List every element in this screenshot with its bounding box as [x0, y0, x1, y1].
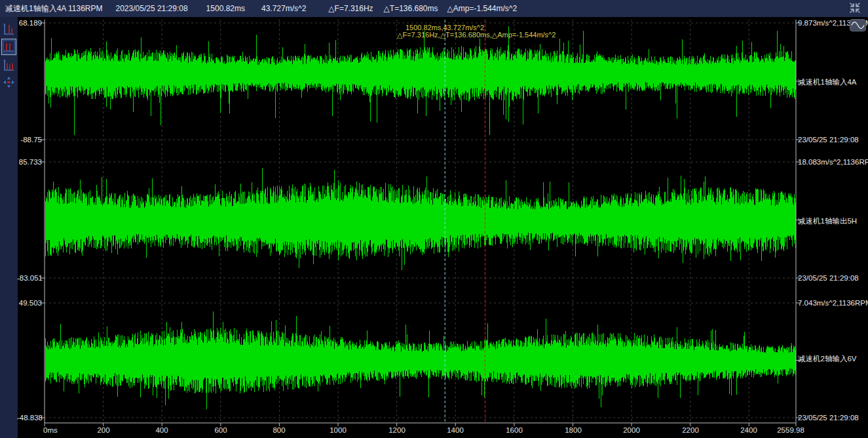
pane3-ymin-label: -48.838	[17, 414, 42, 422]
cursor-readout-line2: △F=7.316Hz,△T=136.680ms,△Amp=-1.544m/s^2	[397, 31, 556, 39]
pane2-channel-name-label: 减速机1轴输出5H	[798, 217, 868, 225]
topbar-delta-f: △F=7.316Hz	[328, 4, 373, 13]
pane2-timestamp-label: 23/05/25 21:29:08	[798, 274, 868, 282]
collapse-window-icon[interactable]	[847, 2, 863, 15]
x-tick-label: 600	[214, 426, 227, 434]
x-tick-label: 200	[97, 426, 109, 434]
collapse-arrows-icon	[848, 2, 862, 14]
x-tick-label: 2400	[740, 426, 757, 434]
stacked-waveform-icon	[3, 58, 15, 72]
topbar-delta-amp: △Amp=-1.544m/s^2	[447, 4, 518, 13]
x-tick-label: 2559.98	[777, 426, 804, 434]
x-tick-label: 2000	[623, 426, 640, 434]
sine-wave-icon	[850, 20, 865, 31]
pan-move-button[interactable]	[1, 75, 16, 91]
x-tick-label: 1800	[565, 426, 582, 434]
pane3-ymax-label: 49.503	[17, 299, 42, 307]
topbar-datetime: 2023/05/25 21:29:08	[116, 4, 188, 13]
toolbar-sidebar	[0, 17, 18, 438]
x-tick-label: 1200	[388, 426, 406, 434]
x-tick-label: 400	[155, 426, 168, 434]
pane1-timestamp-label: 23/05/25 21:29:08	[798, 136, 868, 144]
x-tick-label: 2200	[682, 426, 699, 434]
waveform-trace-channel-1	[45, 26, 795, 136]
topbar-cursor-amplitude: 43.727m/s^2	[261, 4, 306, 13]
status-bar: 减速机1轴输入4A 1136RPM 2023/05/25 21:29:08 15…	[0, 0, 868, 17]
app-window: 减速机1轴输入4A 1136RPM 2023/05/25 21:29:08 15…	[0, 0, 868, 438]
pane3-amplitude-rpm-label: 7.043m/s^2,1136RPM	[798, 299, 868, 307]
waveform-trace-channel-2	[45, 168, 795, 270]
single-waveform-view-button[interactable]	[1, 21, 16, 37]
pane3-timestamp-label: 23/05/25 21:29:08	[798, 414, 868, 422]
x-tick-label: 1000	[330, 426, 347, 434]
waveform-trace-channel-3	[45, 311, 795, 409]
topbar-delta-t: △T=136.680ms	[384, 4, 438, 13]
pane2-ymin-label: -83.051	[17, 274, 42, 282]
topbar-cursor-time: 1500.82ms	[206, 4, 245, 13]
topbar-channel-info: 减速机1轴输入4A 1136RPM	[5, 3, 103, 14]
pane1-ymin-label: -88.75	[17, 136, 42, 144]
pane2-ymax-label: 85.733	[17, 158, 42, 166]
stacked-waveform-view-button[interactable]	[1, 57, 16, 73]
x-tick-label: 1600	[506, 426, 523, 434]
waveform-svg	[18, 17, 868, 438]
waveform-traces	[45, 26, 795, 409]
pane3-channel-name-label: 减速机2轴输入6V	[798, 355, 868, 363]
pane2-amplitude-rpm-label: 18.083m/s^2,1136RPM	[798, 158, 868, 166]
single-waveform-icon	[3, 22, 15, 36]
waveform-mode-toggle-button[interactable]	[850, 19, 866, 31]
pane1-channel-name-label: 减速机1轴输入4A	[798, 78, 868, 86]
x-tick-label: 1400	[447, 426, 464, 434]
pan-move-icon	[3, 76, 15, 89]
x-tick-label: 0ms	[43, 426, 58, 434]
pane1-ymax-label: 68.189	[17, 19, 42, 27]
x-tick-label: 800	[273, 426, 285, 434]
multi-waveform-view-button[interactable]	[1, 39, 16, 55]
multi-waveform-icon	[3, 40, 15, 54]
